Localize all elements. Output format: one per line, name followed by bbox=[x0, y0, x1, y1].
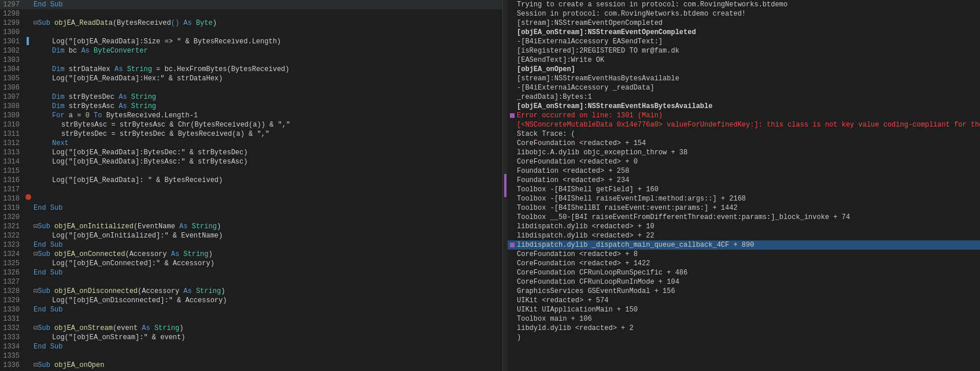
log-line: CoreFoundation <redacted> + 154 bbox=[508, 139, 980, 148]
log-line: Session in protocol: com.RovingNetworks.… bbox=[508, 9, 980, 18]
log-text: CoreFoundation <redacted> + 8 bbox=[517, 250, 980, 259]
code-line: 1320 bbox=[0, 213, 502, 222]
log-text: Session in protocol: com.RovingNetworks.… bbox=[517, 9, 980, 18]
log-text: Toolbox -[B4IShellBI raiseEvent:event:pa… bbox=[517, 203, 980, 213]
line-content: End Sub bbox=[31, 268, 502, 277]
code-line: 1331 bbox=[0, 314, 502, 324]
line-content: Log("[objEA_ReadData]:Size => " & BytesR… bbox=[31, 37, 502, 46]
line-content: For a = 0 To BytesReceived.Length-1 bbox=[31, 111, 502, 120]
code-area: 1297End Sub1298 1299⊟Sub objEA_ReadData(… bbox=[0, 0, 502, 371]
line-number: 1315 bbox=[0, 166, 24, 176]
line-content: Log("[objEA_ReadData]: " & BytesReceived… bbox=[31, 176, 502, 185]
line-content bbox=[31, 185, 502, 194]
code-line: 1316Log("[objEA_ReadData]: " & BytesRece… bbox=[0, 176, 502, 185]
line-content bbox=[31, 83, 502, 92]
line-content: Log("[objEA_ReadData]:Hex:" & strDataHex… bbox=[31, 74, 502, 83]
code-line: 1325Log("[objEA_onConnected]:" & Accesso… bbox=[0, 259, 502, 268]
line-number: 1334 bbox=[0, 342, 24, 351]
code-line: 1298 bbox=[0, 9, 502, 18]
code-line: 1321⊟Sub objEA_onInitialized(EventName A… bbox=[0, 222, 502, 231]
line-content: Dim bc As ByteConverter bbox=[31, 46, 502, 55]
log-line: Toolbox -[B4IShellBI raiseEvent:event:pa… bbox=[508, 203, 980, 213]
log-text: libdyld.dylib <redacted> + 2 bbox=[517, 324, 980, 333]
line-number: 1312 bbox=[0, 139, 24, 148]
log-text: Foundation <redacted> + 258 bbox=[517, 166, 980, 176]
line-number: 1301 bbox=[0, 37, 24, 46]
line-content: Log("[objEA_onInitialized]:" & EventName… bbox=[31, 231, 502, 240]
line-content: Dim strBytesDec As String bbox=[31, 92, 502, 102]
log-line: GraphicsServices GSEventRunModal + 156 bbox=[508, 287, 980, 296]
log-text: [stream]:NSStreamEventHasBytesAvailable bbox=[517, 74, 980, 83]
line-content: Dim strBytesAsc As String bbox=[31, 102, 502, 111]
log-indicator bbox=[510, 111, 517, 118]
divider bbox=[503, 0, 508, 371]
log-panel: Trying to create a session in protocol: … bbox=[508, 0, 980, 371]
line-content bbox=[31, 55, 502, 65]
log-text: ) bbox=[517, 333, 980, 342]
log-line: UIKit UIApplicationMain + 150 bbox=[508, 305, 980, 314]
code-line: 1306 bbox=[0, 83, 502, 92]
code-line: 1300 bbox=[0, 28, 502, 37]
line-content: ⊟Sub objEA_onConnected(Accessory As Stri… bbox=[31, 250, 502, 259]
log-text: UIKit <redacted> + 574 bbox=[517, 296, 980, 305]
line-number: 1303 bbox=[0, 55, 24, 65]
line-indicator bbox=[24, 194, 31, 200]
line-number: 1313 bbox=[0, 148, 24, 157]
line-number: 1310 bbox=[0, 120, 24, 129]
line-number: 1321 bbox=[0, 222, 24, 231]
code-line: 1330End Sub bbox=[0, 305, 502, 314]
line-content: strBytesDec = strBytesDec & BytesReceive… bbox=[31, 129, 502, 139]
log-line: [stream]:NSStreamEventHasBytesAvailable bbox=[508, 74, 980, 83]
log-text: [EASendText]:Write OK bbox=[517, 55, 980, 65]
code-line: 1307Dim strBytesDec As String bbox=[0, 92, 502, 102]
line-number: 1304 bbox=[0, 65, 24, 74]
code-line: 1318 bbox=[0, 194, 502, 203]
line-number: 1300 bbox=[0, 28, 24, 37]
line-number: 1325 bbox=[0, 259, 24, 268]
log-text: Error occurred on line: 1301 (Main) bbox=[517, 111, 980, 120]
code-line: 1311strBytesDec = strBytesDec & BytesRec… bbox=[0, 129, 502, 139]
line-content: Log("[objEA_onStream]:" & event) bbox=[31, 333, 502, 342]
line-content: Dim strDataHex As String = bc.HexFromByt… bbox=[31, 65, 502, 74]
log-text: Trying to create a session in protocol: … bbox=[517, 0, 980, 9]
code-line: 1334End Sub bbox=[0, 342, 502, 351]
line-content: End Sub bbox=[31, 203, 502, 213]
log-line: [objEA_onStream]:NSStreamEventOpenComple… bbox=[508, 28, 980, 37]
line-content: Next bbox=[31, 139, 502, 148]
log-text: libdispatch.dylib _dispatch_main_queue_c… bbox=[517, 240, 980, 250]
code-line: 1317 bbox=[0, 185, 502, 194]
log-line: _readData]:Bytes:1 bbox=[508, 92, 980, 102]
line-number: 1323 bbox=[0, 240, 24, 250]
log-line: Error occurred on line: 1301 (Main) bbox=[508, 111, 980, 120]
line-number: 1306 bbox=[0, 83, 24, 92]
line-number: 1318 bbox=[0, 194, 24, 203]
line-number: 1328 bbox=[0, 287, 24, 296]
log-line: libdispatch.dylib <redacted> + 10 bbox=[508, 222, 980, 231]
line-number: 1299 bbox=[0, 18, 24, 28]
log-line: ) bbox=[508, 333, 980, 342]
code-line: 1332⊟Sub objEA_onStream(event As String) bbox=[0, 324, 502, 333]
line-number: 1330 bbox=[0, 305, 24, 314]
log-line: libobjc.A.dylib objc_exception_throw + 3… bbox=[508, 148, 980, 157]
line-number: 1333 bbox=[0, 333, 24, 342]
log-line: -[B4iExternalAccessory _readData] bbox=[508, 83, 980, 92]
code-line: 1312Next bbox=[0, 139, 502, 148]
code-line: 1297End Sub bbox=[0, 0, 502, 9]
line-content: ⊟Sub objEA_onStream(event As String) bbox=[31, 324, 502, 333]
log-text: Foundation <redacted> + 234 bbox=[517, 176, 980, 185]
line-number: 1329 bbox=[0, 296, 24, 305]
code-line: 1304Dim strDataHex As String = bc.HexFro… bbox=[0, 65, 502, 74]
log-text: CoreFoundation <redacted> + 0 bbox=[517, 157, 980, 166]
code-line: 1326End Sub bbox=[0, 268, 502, 277]
log-line: [<NSConcreteMutableData 0x14e776a0> valu… bbox=[508, 120, 980, 129]
line-number: 1319 bbox=[0, 203, 24, 213]
code-editor-panel: 1297End Sub1298 1299⊟Sub objEA_ReadData(… bbox=[0, 0, 503, 371]
log-text: [isRegistered]:2REGISTERED TO mr@fam.dk bbox=[517, 46, 980, 55]
log-text: CoreFoundation <redacted> + 1422 bbox=[517, 259, 980, 268]
log-text: [<NSConcreteMutableData 0x14e776a0> valu… bbox=[517, 120, 980, 129]
code-line: 1302Dim bc As ByteConverter bbox=[0, 46, 502, 55]
log-line: Toolbox -[B4IShell raiseEventImpl:method… bbox=[508, 194, 980, 203]
log-line: CoreFoundation <redacted> + 1422 bbox=[508, 259, 980, 268]
code-line: 1314Log("[objEA_ReadData]:BytesAsc:" & s… bbox=[0, 157, 502, 166]
log-line: Foundation <redacted> + 234 bbox=[508, 176, 980, 185]
